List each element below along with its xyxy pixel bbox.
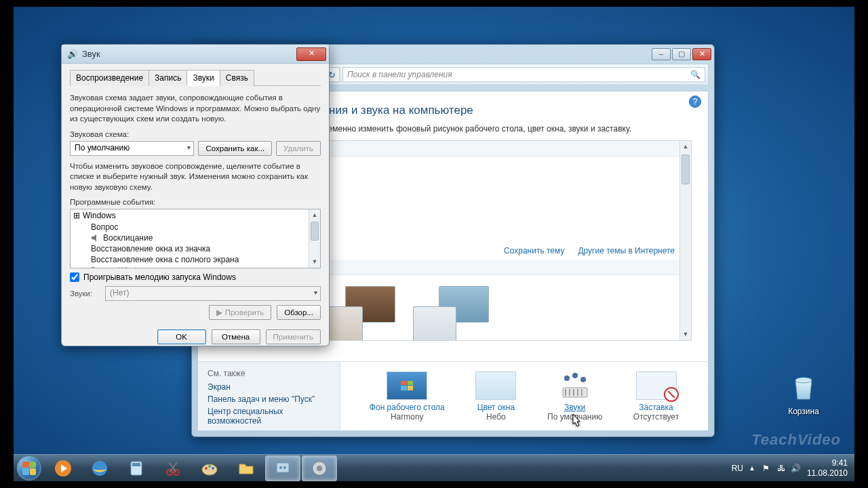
scroll-down-icon[interactable]: ▼ [680, 329, 691, 340]
event-item[interactable]: Восстановление окна с полного экрана [71, 254, 320, 265]
svg-point-3 [580, 377, 586, 382]
svg-point-0 [795, 378, 812, 383]
scroll-up-icon[interactable]: ▲ [680, 141, 691, 152]
link-ease-of-access[interactable]: Центр специальных возможностей [208, 407, 330, 426]
system-tray: RU ▲ ⚑ 🖧 🔊 9:41 11.08.2010 [732, 458, 854, 478]
themes-scrollbar[interactable]: ▲ ▼ [679, 141, 691, 340]
sound-assigned-icon [91, 234, 99, 242]
taskbar-sound-dialog[interactable] [302, 455, 337, 481]
taskbar-control-panel[interactable] [265, 455, 300, 481]
event-item[interactable]: Восстановление окна из значка [71, 243, 320, 254]
events-intro: Чтобы изменить звуковое сопровождение, щ… [70, 161, 321, 193]
help-button[interactable]: ? [689, 96, 701, 108]
tray-volume-icon[interactable]: 🔊 [791, 463, 802, 474]
see-also-header: См. также [208, 369, 330, 378]
events-scrollbar[interactable]: ▲ ▼ [309, 209, 320, 268]
sounds-label: Звуки: [70, 289, 100, 298]
svg-point-2 [572, 373, 578, 378]
scroll-thumb[interactable] [682, 155, 690, 184]
link-save-theme[interactable]: Сохранить тему [504, 246, 564, 256]
taskbar-paint[interactable] [192, 455, 227, 481]
save-as-button[interactable]: Сохранить как... [198, 141, 272, 156]
scroll-up-icon[interactable]: ▲ [309, 209, 320, 221]
cancel-button[interactable]: Отмена [212, 329, 260, 344]
svg-point-18 [208, 465, 211, 468]
desktop: Корзина TeachVideo – ▢ ✕ Персонализация … [14, 7, 854, 481]
svg-point-11 [92, 461, 107, 476]
theme-tile-aero-3[interactable] [410, 283, 492, 341]
taskbar-calc[interactable] [119, 455, 154, 481]
search-icon: 🔍 [690, 70, 701, 79]
svg-point-19 [212, 467, 214, 470]
desktop-bg-icon [387, 371, 427, 400]
search-placeholder: Поиск в панели управления [347, 70, 452, 79]
events-label: Программные события: [70, 198, 321, 206]
watermark: TeachVideo [751, 431, 841, 449]
apply-button: Применить [266, 329, 321, 344]
windows-icon: ⊞ [73, 211, 80, 220]
tab-playback[interactable]: Воспроизведение [70, 70, 149, 86]
recycle-bin-icon[interactable]: Корзина [780, 372, 827, 416]
scheme-intro: Звуковая схема задает звуки, сопровождаю… [70, 93, 321, 125]
sound-tabs: Воспроизведение Запись Звуки Связь [70, 69, 321, 86]
ok-button[interactable]: OK [157, 329, 206, 344]
sound-titlebar[interactable]: 🔊 Звук ✕ [62, 45, 329, 64]
sounds-icon [555, 371, 595, 400]
link-display[interactable]: Экран [208, 382, 330, 392]
maximize-button[interactable]: ▢ [672, 48, 691, 60]
svg-point-21 [279, 466, 282, 469]
link-taskbar-start[interactable]: Панель задач и меню "Пуск" [208, 394, 330, 404]
svg-rect-20 [277, 463, 289, 472]
tray-lang[interactable]: RU [732, 464, 743, 473]
tab-communications[interactable]: Связь [220, 70, 254, 86]
quick-sounds[interactable]: Звуки По умолчанию [547, 371, 602, 422]
sound-dialog: 🔊 Звук ✕ Воспроизведение Запись Звуки Св… [61, 44, 330, 346]
clock-time: 9:41 [807, 458, 848, 468]
taskbar-explorer[interactable] [229, 455, 264, 481]
event-item[interactable]: Вопрос [71, 222, 320, 232]
quick-window-color[interactable]: Цвет окна Небо [475, 371, 516, 422]
event-item[interactable]: Вход в Windows [71, 265, 320, 268]
screensaver-icon [636, 371, 677, 400]
delete-button: Удалить [276, 141, 321, 156]
event-item[interactable]: Восклицание [71, 232, 320, 243]
search-input[interactable]: Поиск в панели управления 🔍 [342, 67, 705, 82]
startup-sound-input[interactable] [70, 272, 79, 282]
tray-clock[interactable]: 9:41 11.08.2010 [807, 458, 848, 478]
taskbar-ie[interactable] [82, 455, 117, 481]
svg-point-22 [283, 466, 286, 469]
speaker-icon: 🔊 [67, 49, 78, 59]
window-color-icon [475, 371, 516, 400]
browse-button[interactable]: Обзор... [277, 305, 321, 320]
tab-recording[interactable]: Запись [149, 70, 187, 86]
start-button[interactable] [14, 455, 45, 481]
svg-point-1 [564, 375, 570, 381]
startup-sound-checkbox[interactable]: Проигрывать мелодию запуска Windows [70, 272, 321, 282]
link-online-themes[interactable]: Другие темы в Интернете [578, 246, 675, 256]
taskbar-snip[interactable] [155, 455, 191, 481]
quick-screensaver[interactable]: Заставка Отсутствует [633, 371, 679, 422]
see-also-panel: См. также Экран Панель задач и меню "Пус… [198, 362, 340, 430]
svg-point-17 [205, 467, 208, 470]
tab-sounds[interactable]: Звуки [186, 70, 220, 86]
sound-title: Звук [82, 49, 100, 59]
scheme-dropdown[interactable]: По умолчанию [70, 141, 194, 156]
clock-date: 11.08.2010 [807, 468, 848, 478]
sound-close-button[interactable]: ✕ [296, 47, 326, 61]
tray-show-hidden-icon[interactable]: ▲ [749, 464, 755, 472]
tray-flag-icon[interactable]: ⚑ [761, 463, 772, 474]
scroll-thumb[interactable] [311, 222, 319, 241]
taskbar: RU ▲ ⚑ 🖧 🔊 9:41 11.08.2010 [14, 454, 854, 481]
test-button: ▶ Проверить [209, 305, 271, 320]
minimize-button[interactable]: – [652, 48, 671, 60]
scroll-down-icon[interactable]: ▼ [309, 256, 320, 268]
close-button[interactable]: ✕ [692, 48, 711, 60]
quick-desktop-background[interactable]: Фон рабочего стола Harmony [370, 371, 445, 422]
taskbar-media-player[interactable] [45, 455, 81, 481]
svg-rect-13 [132, 463, 140, 466]
scheme-label: Звуковая схема: [70, 130, 321, 138]
svg-point-24 [317, 466, 322, 471]
sound-file-dropdown: (Нет) [105, 286, 321, 301]
tray-network-icon[interactable]: 🖧 [776, 463, 787, 474]
events-listbox[interactable]: ⊞Windows Вопрос Восклицание Восстановлен… [70, 209, 321, 268]
